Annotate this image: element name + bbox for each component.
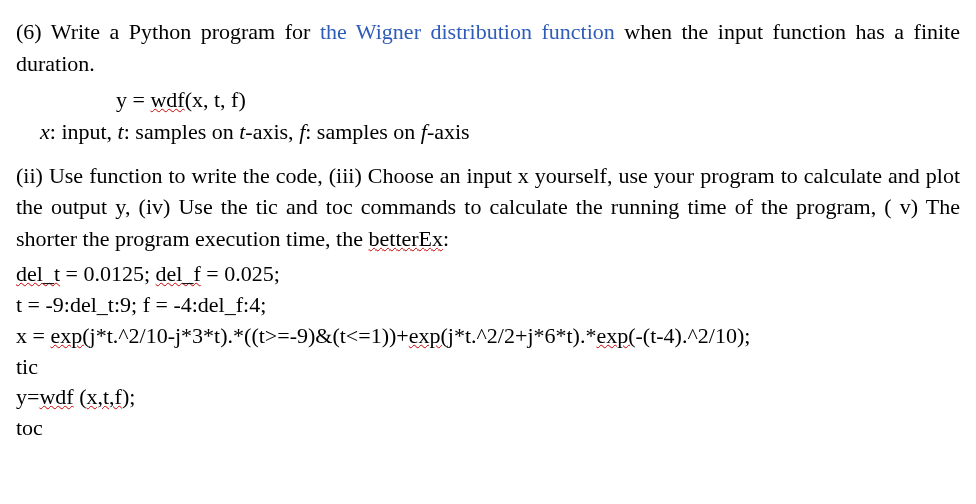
paragraph-problem-6: (6) Write a Python program for the Wigne… — [16, 16, 960, 80]
code-l3e: j*t.^2/2+j*6*t).* — [448, 323, 597, 348]
code-l3a: x = — [16, 323, 50, 348]
instr-body: (ii) Use function to write the code, (ii… — [16, 163, 960, 252]
code-exp2: exp( — [409, 323, 448, 348]
eq-args: (x, t, f) — [185, 87, 246, 112]
code-del-f: del_f — [156, 261, 201, 286]
code-exp1: exp( — [50, 323, 89, 348]
var-f-txt: : samples on — [305, 119, 421, 144]
code-l5c: ( — [74, 384, 87, 409]
link-wigner-distribution[interactable]: the Wigner distribution function — [320, 19, 615, 44]
code-line-6: toc — [16, 413, 960, 444]
code-l3g: -(t-4).^2/10); — [636, 323, 751, 348]
code-exp3: exp( — [596, 323, 635, 348]
text-prefix: (6) Write a Python program for — [16, 19, 320, 44]
code-line-5: y=wdf (x,t,f); — [16, 382, 960, 413]
code-line-3: x = exp(j*t.^2/10-j*3*t).*((t>=-9)&(t<=1… — [16, 321, 960, 352]
var-x-txt: : input, — [50, 119, 118, 144]
code-args: x,t,f — [86, 384, 121, 409]
var-f-axis-txt: -axis — [427, 119, 470, 144]
code-wdf: wdf — [39, 384, 73, 409]
var-x: x — [40, 119, 50, 144]
code-line-4: tic — [16, 352, 960, 383]
code-l1b: = 0.0125; — [60, 261, 156, 286]
paragraph-instructions: (ii) Use function to write the code, (ii… — [16, 160, 960, 256]
instr-colon: : — [443, 226, 449, 251]
code-line-2: t = -9:del_t:9; f = -4:del_f:4; — [16, 290, 960, 321]
var-t-txt: : samples on — [124, 119, 240, 144]
code-l5e: ); — [122, 384, 135, 409]
code-l5a: y= — [16, 384, 39, 409]
code-l1d: = 0.025; — [201, 261, 280, 286]
code-l3c: j*t.^2/10-j*3*t).*((t>=-9)&(t<=1))+ — [90, 323, 409, 348]
variable-description: x: input, t: samples on t-axis, f: sampl… — [16, 116, 960, 148]
instr-betterex: betterEx — [369, 226, 444, 251]
equation-wdf: y = wdf(x, t, f) — [16, 84, 960, 116]
code-block: del_t = 0.0125; del_f = 0.025; t = -9:de… — [16, 259, 960, 444]
eq-prefix: y = — [116, 87, 150, 112]
var-t-axis-txt: -axis, — [245, 119, 299, 144]
code-del-t: del_t — [16, 261, 60, 286]
eq-fn-name: wdf — [150, 87, 184, 112]
code-line-1: del_t = 0.0125; del_f = 0.025; — [16, 259, 960, 290]
